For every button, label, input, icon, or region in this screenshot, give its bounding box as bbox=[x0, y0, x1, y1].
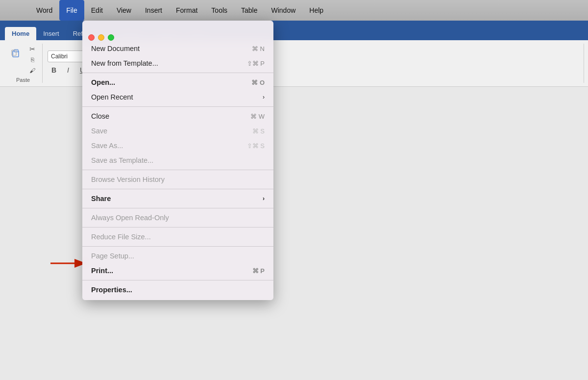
bold-button[interactable]: B bbox=[48, 64, 60, 76]
menu-bar-item-edit[interactable]: Edit bbox=[84, 0, 110, 21]
menu-item-save-as-template-: Save as Template... bbox=[82, 153, 273, 168]
menu-separator bbox=[82, 73, 273, 73]
menu-item-label: Save bbox=[91, 127, 107, 135]
menu-bar: WordFileEditViewInsertFormatToolsTableWi… bbox=[0, 0, 588, 21]
menu-bar-item-tools[interactable]: Tools bbox=[204, 0, 234, 21]
menu-item-new-from-template-[interactable]: New from Template...⇧⌘ P bbox=[82, 56, 273, 71]
cut-button[interactable]: ✂ bbox=[25, 44, 39, 54]
menu-item-reduce-file-size-: Reduce File Size... bbox=[82, 229, 273, 244]
menu-separator bbox=[82, 170, 273, 170]
paste-label: Paste bbox=[16, 77, 30, 83]
menu-separator bbox=[82, 280, 273, 280]
font-family-select[interactable]: Calibri bbox=[48, 51, 87, 62]
menu-item-label: Print... bbox=[91, 267, 113, 275]
menu-item-label: Open... bbox=[91, 78, 115, 86]
menu-bar-item-word[interactable]: Word bbox=[29, 0, 59, 21]
menu-item-open-recent[interactable]: Open Recent› bbox=[82, 90, 273, 104]
minimize-button[interactable] bbox=[98, 34, 104, 41]
file-dropdown-menu: New Document⌘ NNew from Template...⇧⌘ PO… bbox=[82, 21, 273, 300]
menu-bar-item-insert[interactable]: Insert bbox=[138, 0, 169, 21]
menu-item-open-[interactable]: Open...⌘ O bbox=[82, 75, 273, 90]
close-button[interactable] bbox=[88, 34, 95, 41]
menu-bar-item-format[interactable]: Format bbox=[169, 0, 204, 21]
menu-item-close[interactable]: Close⌘ W bbox=[82, 109, 273, 124]
menu-item-label: Browse Version History bbox=[91, 176, 165, 183]
menu-item-label: Always Open Read-Only bbox=[91, 214, 169, 222]
submenu-chevron-icon: › bbox=[263, 195, 265, 202]
menu-bar-item-table[interactable]: Table bbox=[234, 0, 264, 21]
menu-item-always-open-read-only: Always Open Read-Only bbox=[82, 210, 273, 225]
menu-separator bbox=[82, 189, 273, 189]
menu-separator bbox=[82, 208, 273, 208]
format-painter-button[interactable]: 🖌 bbox=[25, 65, 39, 76]
menu-item-shortcut: ⇧⌘ S bbox=[247, 142, 265, 150]
menu-item-shortcut: ⌘ N bbox=[252, 45, 265, 52]
menu-item-browse-version-history: Browse Version History bbox=[82, 172, 273, 187]
maximize-button[interactable] bbox=[108, 34, 114, 41]
menu-bar-item-file[interactable]: File bbox=[59, 0, 84, 21]
ribbon-tab-insert[interactable]: Insert bbox=[36, 27, 66, 40]
menu-item-shortcut: ⌘ S bbox=[252, 127, 265, 135]
menu-item-save: Save⌘ S bbox=[82, 124, 273, 138]
menu-item-label: Properties... bbox=[91, 286, 132, 294]
submenu-chevron-icon: › bbox=[263, 94, 265, 101]
menu-separator bbox=[82, 246, 273, 247]
menu-item-save-as-: Save As...⇧⌘ S bbox=[82, 138, 273, 153]
menu-item-print-[interactable]: Print...⌘ P bbox=[82, 263, 273, 278]
menu-item-label: Save as Template... bbox=[91, 156, 153, 164]
menu-item-shortcut: ⌘ O bbox=[251, 79, 265, 86]
menu-item-shortcut: ⌘ P bbox=[252, 267, 265, 275]
italic-button[interactable]: I bbox=[62, 64, 74, 76]
menu-bar-item-view[interactable]: View bbox=[110, 0, 138, 21]
menu-separator bbox=[82, 227, 273, 228]
menu-item-properties-[interactable]: Properties... bbox=[82, 282, 273, 297]
menu-item-shortcut: ⌘ W bbox=[250, 113, 265, 120]
paste-section: ✂ ⎘ 🖌 Paste bbox=[4, 44, 43, 83]
menu-item-label: Share bbox=[91, 195, 111, 203]
menu-item-shortcut: ⇧⌘ P bbox=[247, 60, 265, 67]
menu-bar-item-help[interactable]: Help bbox=[302, 0, 330, 21]
paste-button[interactable] bbox=[7, 44, 24, 61]
menu-item-page-setup-: Page Setup... bbox=[82, 249, 273, 263]
menu-bar-item-window[interactable]: Window bbox=[265, 0, 303, 21]
ribbon-tab-home[interactable]: Home bbox=[5, 27, 36, 40]
copy-button[interactable]: ⎘ bbox=[25, 54, 39, 65]
menu-item-label: Reduce File Size... bbox=[91, 233, 151, 241]
traffic-lights bbox=[82, 28, 120, 46]
menu-item-label: Open Recent bbox=[91, 93, 133, 101]
menu-item-share[interactable]: Share› bbox=[82, 191, 273, 206]
menu-separator bbox=[82, 106, 273, 107]
menu-item-label: Save As... bbox=[91, 142, 123, 150]
menu-item-label: Close bbox=[91, 112, 109, 120]
menu-item-label: Page Setup... bbox=[91, 252, 134, 260]
menu-item-label: New from Template... bbox=[91, 59, 158, 67]
